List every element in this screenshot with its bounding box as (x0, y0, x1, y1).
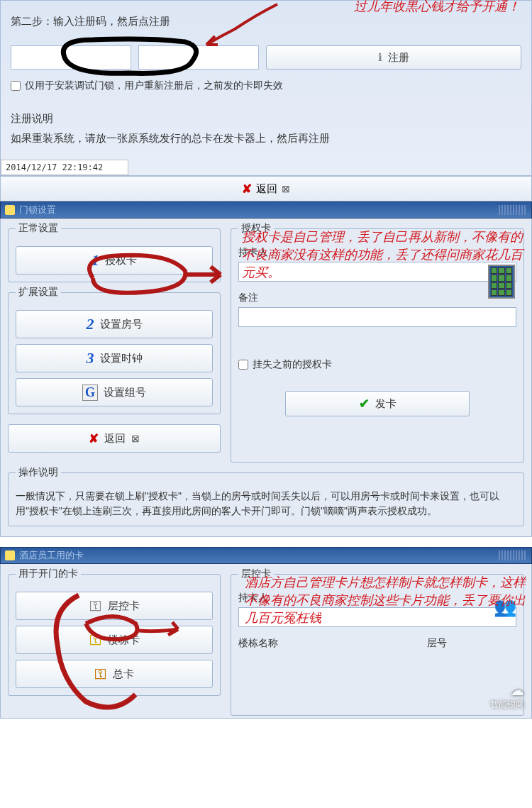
master-card-button[interactable]: ⚿ 总卡 (16, 660, 213, 688)
debug-checkbox-row[interactable]: 仅用于安装调试门锁，用户重新注册后，之前发的卡即失效 (11, 79, 521, 92)
step-text: 第二步：输入注册码，然后点注册 (11, 15, 521, 28)
g-icon: G (82, 384, 98, 401)
reg-code-input-1[interactable] (11, 45, 131, 70)
key-icon (5, 205, 15, 215)
key-grey-icon: ⚿ (89, 599, 102, 614)
set-group-button[interactable]: G 设置组号 (16, 378, 213, 406)
key-icon (5, 550, 15, 560)
watermark: ☁ 智能锁网 (490, 682, 524, 711)
back-button-2[interactable]: ✘ 返回 ⊠ (8, 424, 221, 453)
key-yellow-icon: ⚿ (89, 633, 102, 648)
titlebar-grip (499, 550, 527, 560)
building-card-button[interactable]: ⚿ 楼栋卡 (16, 626, 213, 654)
x-icon: ✘ (242, 182, 252, 197)
check-icon: ✔ (359, 396, 370, 411)
keypad-icon (488, 265, 515, 299)
holder-input[interactable] (238, 262, 516, 282)
number-1-icon: 1 (92, 251, 99, 270)
open-door-cards-group: 用于开门的卡 ⚿ 层控卡 ⚿ 楼栋卡 ⚿ 总卡 (8, 574, 221, 696)
remark-input[interactable] (238, 307, 516, 327)
operation-desc-group: 操作说明 一般情况下，只需要在锁上刷"授权卡"，当锁上的房号或时间丢失以后，可以… (8, 472, 524, 526)
floor-num-label: 层号 (427, 637, 516, 650)
reg-desc-title: 注册说明 (11, 112, 521, 126)
holder-input-2[interactable] (238, 607, 516, 627)
issue-card-button[interactable]: ✔ 发卡 (285, 391, 470, 416)
set-clock-button[interactable]: 3 设置时钟 (16, 344, 213, 372)
floor-card-panel: 层控卡 👥 持卡人 楼栋名称 层号 (231, 574, 524, 716)
number-3-icon: 3 (87, 349, 94, 367)
titlebar-grip (499, 205, 527, 215)
number-2-icon: 2 (87, 315, 94, 333)
ext-settings-group: 扩展设置 2 设置房号 3 设置时钟 G 设置组号 (8, 292, 221, 414)
close-box-icon: ⊠ (282, 183, 290, 194)
key-orange-icon: ⚿ (94, 667, 107, 682)
set-room-button[interactable]: 2 设置房号 (16, 310, 213, 338)
reg-code-input-2[interactable] (138, 45, 259, 70)
lost-checkbox-row[interactable]: 挂失之前的授权卡 (238, 358, 516, 371)
reg-desc-text: 如果重装系统，请放一张原系统发行的总卡在发卡器上，然后再注册 (11, 130, 521, 147)
auth-card-button[interactable]: 1 授权卡 (16, 246, 213, 275)
back-button-1[interactable]: ✘ 返回 ⊠ (0, 176, 532, 201)
titlebar-staff-cards: 酒店员工用的卡 (0, 547, 532, 564)
people-icon: 👥 (494, 596, 516, 618)
annotation-text-1: 过儿年收黒心钱才给予开通！ (354, 0, 520, 16)
register-button[interactable]: ℹ 注册 (266, 45, 521, 70)
x-icon: ✘ (89, 431, 99, 446)
building-name-label: 楼栋名称 (238, 637, 417, 650)
titlebar-lock-settings: 门锁设置 (0, 201, 532, 218)
auth-card-panel: 授权卡 持卡人 备注 挂失之前的授权卡 ✔ 发卡 (231, 228, 524, 463)
remark-label: 备注 (238, 292, 516, 304)
info-icon: ℹ (378, 51, 382, 64)
holder-label-2: 持卡人 (238, 592, 516, 604)
timestamp: 2014/12/17 22:19:42 (1, 160, 128, 175)
holder-label: 持卡人 (238, 246, 516, 259)
close-box-icon: ⊠ (131, 433, 140, 444)
normal-settings-group: 正常设置 1 授权卡 (8, 228, 221, 282)
debug-checkbox[interactable] (11, 81, 21, 91)
floor-card-button[interactable]: ⚿ 层控卡 (16, 592, 213, 620)
lost-checkbox[interactable] (238, 360, 248, 370)
